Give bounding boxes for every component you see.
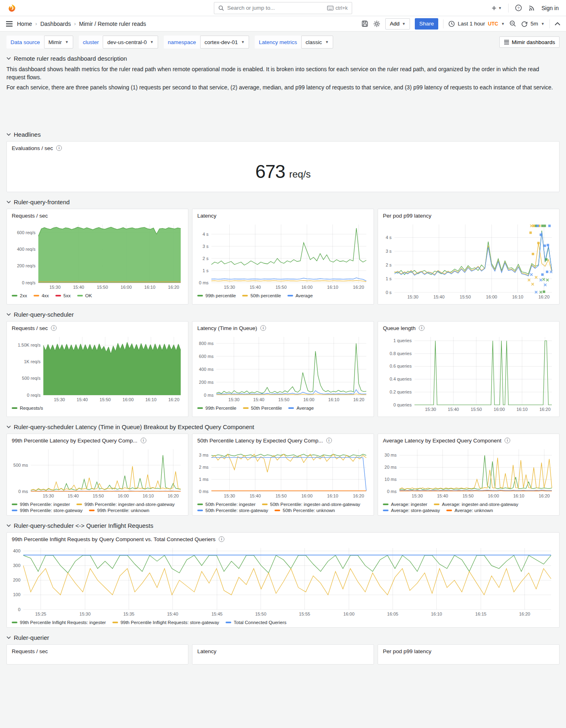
legend-item[interactable]: 50th Percentile: ingester-and-store-gate… xyxy=(262,502,360,507)
panel-title[interactable]: Queue lengthi xyxy=(382,324,555,334)
add-panel-button[interactable]: Add▼ xyxy=(385,18,410,30)
info-icon[interactable]: i xyxy=(219,536,224,542)
section-description[interactable]: Remote ruler reads dashboard description xyxy=(6,55,560,62)
section-ruler-querier[interactable]: Ruler-querier xyxy=(6,634,560,641)
add-menu-button[interactable]: ▼ xyxy=(491,5,502,11)
panel-title[interactable]: Requests / sec xyxy=(11,212,184,221)
info-icon[interactable]: i xyxy=(56,145,62,151)
svg-text:1 queries: 1 queries xyxy=(393,338,412,343)
search-input[interactable]: Search or jump to... ctrl+k xyxy=(214,2,352,14)
legend-swatch xyxy=(242,295,248,296)
legend-item[interactable]: Average: store-gateway xyxy=(383,508,440,513)
legend-item[interactable]: 50th Percentile: unknown xyxy=(275,508,335,513)
panel-title[interactable]: Latency xyxy=(196,648,370,657)
scheduler-queue-length-chart[interactable]: 15:3015:4015:5016:0016:1016:200 queries0… xyxy=(382,334,555,413)
legend-item[interactable]: Average xyxy=(288,406,314,411)
legend-item[interactable]: 99th Percentile: store-gateway xyxy=(12,508,82,513)
legend-item[interactable]: Average: unknown xyxy=(446,508,493,513)
zoom-out-time-icon[interactable] xyxy=(509,20,516,27)
breadcrumb-home[interactable]: Home xyxy=(17,21,32,27)
legend-item[interactable]: Average: ingester xyxy=(383,502,427,507)
save-dashboard-icon[interactable] xyxy=(361,20,368,27)
panel-title[interactable]: Per pod p99 latency xyxy=(382,212,555,221)
section-headlines[interactable]: Headlines xyxy=(6,131,560,138)
panel-frontend-per-pod-p99: Per pod p99 latency 15:3015:4015:5016:00… xyxy=(378,209,560,305)
news-rss-button[interactable] xyxy=(528,5,535,11)
legend-item[interactable]: 50th Percentile: ingester xyxy=(197,502,256,507)
panel-title[interactable]: 99th Percentile Latency by Expected Quer… xyxy=(11,437,184,446)
panel-title[interactable]: Latency xyxy=(196,212,370,221)
panel-50th-latency-by-component: 50th Percentile Latency by Expected Quer… xyxy=(192,434,374,516)
svg-text:0 ms: 0 ms xyxy=(199,489,209,493)
legend-item[interactable]: 50th Percentile xyxy=(243,406,282,411)
variable-select-cluster[interactable]: dev-us-central-0▼ xyxy=(103,36,158,49)
section-scheduler-latency-breakout[interactable]: Ruler-query-scheduler Latency (Time in Q… xyxy=(6,423,560,430)
legend-item[interactable]: 50th percentile xyxy=(242,293,281,298)
legend-item[interactable]: 99th Percentile: ingester xyxy=(12,502,70,507)
info-icon[interactable]: i xyxy=(326,438,332,443)
legend-item[interactable]: 99th percentile xyxy=(197,293,236,298)
legend-item[interactable]: 50th Percentile: store-gateway xyxy=(197,508,268,513)
legend-item[interactable]: Requests/s xyxy=(12,406,43,411)
sign-in-link[interactable]: Sign in xyxy=(541,5,559,11)
legend-item[interactable]: 99th Percentile xyxy=(197,406,237,411)
panel-title[interactable]: Per pod p99 latency xyxy=(382,648,555,657)
section-ruler-query-scheduler[interactable]: Ruler-query-scheduler xyxy=(6,311,560,318)
info-icon[interactable]: i xyxy=(505,438,510,443)
panel-title[interactable]: Requests / sec xyxy=(11,648,184,657)
section-ruler-query-frontend[interactable]: Ruler-query-frontend xyxy=(6,199,560,205)
refresh-picker[interactable]: 5m ▼ xyxy=(521,21,545,27)
legend-item[interactable]: Total Connected Queriers xyxy=(226,620,286,625)
svg-text:16:20: 16:20 xyxy=(353,397,365,402)
breadcrumb-dashboards[interactable]: Dashboards xyxy=(40,21,71,27)
info-icon[interactable]: i xyxy=(51,325,57,331)
svg-text:15:50: 15:50 xyxy=(99,397,111,402)
svg-text:?: ? xyxy=(517,6,520,10)
chevron-down-icon xyxy=(6,313,11,316)
svg-text:16:00: 16:00 xyxy=(118,493,129,498)
panel-title[interactable]: Requests / seci xyxy=(11,324,184,334)
legend-item[interactable]: 99th Percentile Inflight Requests: store… xyxy=(112,620,219,625)
scheduler-queue-latency-chart[interactable]: 15:3015:4015:5016:0016:1016:200 ms200 ms… xyxy=(196,334,370,403)
average-latency-by-component-chart[interactable]: 15:3015:4015:5016:0016:1016:200 ms10 ms2… xyxy=(382,446,555,499)
legend-item[interactable]: 99th Percentile: unknown xyxy=(89,508,149,513)
frontend-latency-chart[interactable]: 15:3015:4015:5016:0016:1016:200 ms1 s2 s… xyxy=(196,221,370,291)
time-range-picker[interactable]: Last 1 hour UTC ▼ xyxy=(448,21,505,27)
legend-swatch xyxy=(12,622,17,623)
mimir-dashboards-button[interactable]: Mimir dashboards xyxy=(499,36,560,48)
legend-item[interactable]: Average xyxy=(287,293,313,298)
info-icon[interactable]: i xyxy=(419,325,424,331)
info-icon[interactable]: i xyxy=(260,325,266,331)
frontend-per-pod-p99-chart[interactable]: 15:3015:4015:5016:0016:1016:200 s1 s2 s3… xyxy=(382,221,555,301)
variable-select-datasource[interactable]: Mimir▼ xyxy=(44,36,73,49)
help-button[interactable]: ? xyxy=(515,4,522,11)
divider xyxy=(508,4,509,13)
legend-item[interactable]: 99th Percentile Inflight Requests: inges… xyxy=(12,620,106,625)
legend-item[interactable]: OK xyxy=(77,293,92,298)
latency-99th-by-component-chart[interactable]: 15:3015:4015:5016:0016:1016:200 ms500 ms xyxy=(11,446,184,499)
panel-title[interactable]: 99th Percentile Inflight Requests by Que… xyxy=(11,535,555,545)
latency-50th-by-component-chart[interactable]: 15:3015:4015:5016:0016:1016:200 ms1 ms2 … xyxy=(196,446,370,499)
panel-title[interactable]: Average Latency by Expected Query Compon… xyxy=(382,437,555,446)
svg-text:15:40: 15:40 xyxy=(433,294,445,299)
dashboard-settings-gear-icon[interactable] xyxy=(373,20,380,28)
info-icon[interactable]: i xyxy=(141,438,146,443)
hamburger-menu-icon[interactable] xyxy=(6,21,13,27)
legend-item[interactable]: 4xx xyxy=(34,293,49,298)
scheduler-requests-chart[interactable]: 15:3015:4015:5016:0016:1016:200 req/s500… xyxy=(11,334,184,403)
section-inflight-requests[interactable]: Ruler-query-scheduler <-> Querier Inflig… xyxy=(6,522,560,529)
kiosk-collapse-icon[interactable] xyxy=(555,22,560,25)
panel-title[interactable]: Latency (Time in Queue)i xyxy=(196,324,370,334)
variable-select-namespace[interactable]: cortex-dev-01▼ xyxy=(200,36,249,49)
panel-title[interactable]: 50th Percentile Latency by Expected Quer… xyxy=(196,437,370,446)
legend-item[interactable]: 5xx xyxy=(55,293,71,298)
share-button[interactable]: Share xyxy=(415,18,438,30)
frontend-requests-chart[interactable]: 15:3015:4015:5016:0016:1016:200 req/s200… xyxy=(11,221,184,291)
legend-item[interactable]: 2xx xyxy=(12,293,27,298)
legend-item[interactable]: 99th Percentile: ingester-and-store-gate… xyxy=(76,502,175,507)
inflight-requests-chart[interactable]: 15:2515:3015:3515:4015:4515:5015:5516:00… xyxy=(11,545,554,618)
panel-title[interactable]: Evaluations / seci xyxy=(11,144,555,154)
grafana-logo[interactable] xyxy=(7,4,16,13)
legend-item[interactable]: Average: ingester-and-store-gateway xyxy=(434,502,518,507)
variable-select-latency-metrics[interactable]: classic▼ xyxy=(301,36,333,49)
